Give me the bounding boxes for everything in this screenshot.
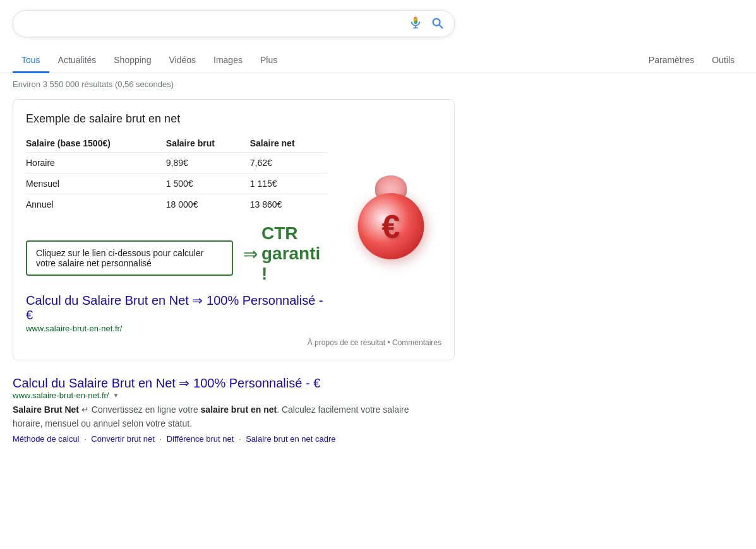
sitelink-sep: · <box>157 434 164 444</box>
tab-shopping[interactable]: Shopping <box>105 49 160 73</box>
sitelink-sep: · <box>236 434 243 444</box>
bag-body: € <box>358 193 424 259</box>
card-title: Exemple de salaire brut en net <box>26 112 328 126</box>
snippet-text1: Convertissez en ligne votre <box>89 404 201 415</box>
organic-link-title[interactable]: Calcul du Salaire Brut en Net ⇒ 100% Per… <box>13 376 320 390</box>
table-row: Annuel 18 000€ 13 860€ <box>26 194 328 215</box>
microphone-icon[interactable] <box>409 16 423 32</box>
table-row: Mensuel 1 500€ 1 115€ <box>26 174 328 194</box>
featured-snippet-card: Exemple de salaire brut en net Salaire (… <box>13 99 455 360</box>
search-bar: salaire brut en net <box>13 10 455 37</box>
dropdown-arrow-icon[interactable]: ▼ <box>112 392 119 399</box>
sitelink-methode[interactable]: Méthode de calcul <box>13 434 80 444</box>
featured-card-left: Exemple de salaire brut en net Salaire (… <box>26 112 328 333</box>
search-icons <box>409 16 444 32</box>
snippet-bold-keyword: salaire brut en net <box>201 404 277 415</box>
comments-link[interactable]: Commentaires <box>392 338 441 347</box>
table-cell: 7,62€ <box>250 153 328 174</box>
ctr-arrow-icon: ⇒ <box>243 244 258 264</box>
ctr-label: CTR garanti ! <box>261 223 328 284</box>
snippet-return-sym: ↵ <box>79 404 89 415</box>
featured-link-title[interactable]: Calcul du Salaire Brut en Net ⇒ 100% Per… <box>26 293 323 322</box>
snippet-bold-prefix: Salaire Brut Net <box>13 404 79 415</box>
table-cell: 1 115€ <box>250 174 328 194</box>
tab-videos[interactable]: Vidéos <box>160 49 205 73</box>
table-cell: 13 860€ <box>250 194 328 215</box>
tabs-bar: Tous Actualités Shopping Vidéos Images P… <box>0 44 756 73</box>
tab-actualites[interactable]: Actualités <box>49 49 105 73</box>
table-cell: Horaire <box>26 153 166 174</box>
search-bar-container: salaire brut en net <box>0 0 756 37</box>
table-cell: 18 000€ <box>166 194 250 215</box>
euro-bag-illustration: € <box>340 112 441 333</box>
svg-rect-3 <box>414 17 417 24</box>
tab-tous[interactable]: Tous <box>13 49 49 73</box>
organic-snippet: Salaire Brut Net ↵ Convertissez en ligne… <box>13 403 429 430</box>
table-header-col3: Salaire net <box>250 134 328 153</box>
featured-link-url: www.salaire-brut-en-net.fr/ <box>26 324 328 333</box>
sitelink-convertir[interactable]: Convertir brut net <box>91 434 154 444</box>
separator-dot: • <box>387 338 390 347</box>
organic-sitelinks: Méthode de calcul · Convertir brut net ·… <box>13 434 429 444</box>
search-button-icon[interactable] <box>430 16 444 32</box>
organic-result: Calcul du Salaire Brut en Net ⇒ 100% Per… <box>0 370 442 451</box>
about-result-link[interactable]: À propos de ce résultat <box>308 338 385 347</box>
cta-box: Cliquez sur le lien ci-dessous pour calc… <box>26 240 233 276</box>
table-cell: Annuel <box>26 194 166 215</box>
search-input[interactable]: salaire brut en net <box>23 17 409 30</box>
table-cell: Mensuel <box>26 174 166 194</box>
euro-symbol: € <box>382 208 400 245</box>
results-info: Environ 3 550 000 résultats (0,56 second… <box>0 73 756 95</box>
organic-url: www.salaire-brut-en-net.fr/ <box>13 391 109 400</box>
salary-table: Salaire (base 1500€) Salaire brut Salair… <box>26 134 328 215</box>
tab-outils[interactable]: Outils <box>703 49 743 73</box>
table-cell: 1 500€ <box>166 174 250 194</box>
tab-parametres[interactable]: Paramètres <box>640 49 703 73</box>
sitelink-difference[interactable]: Différence brut net <box>167 434 234 444</box>
tab-images[interactable]: Images <box>205 49 251 73</box>
tab-plus[interactable]: Plus <box>251 49 286 73</box>
organic-url-row: www.salaire-brut-en-net.fr/ ▼ <box>13 391 429 400</box>
about-result: À propos de ce résultat • Commentaires <box>26 338 441 347</box>
table-header-col1: Salaire (base 1500€) <box>26 134 166 153</box>
table-header-col2: Salaire brut <box>166 134 250 153</box>
table-cell: 9,89€ <box>166 153 250 174</box>
sitelink-sep: · <box>82 434 89 444</box>
sitelink-cadre[interactable]: Salaire brut en net cadre <box>246 434 335 444</box>
table-row: Horaire 9,89€ 7,62€ <box>26 153 328 174</box>
